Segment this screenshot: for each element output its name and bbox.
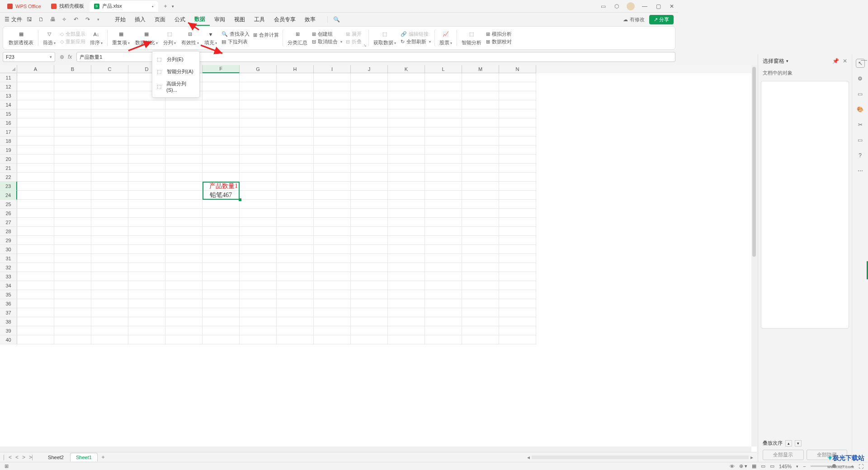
cell[interactable] xyxy=(54,91,91,100)
cell[interactable] xyxy=(462,82,499,91)
tab-start[interactable]: 开始 xyxy=(110,14,130,25)
cell[interactable] xyxy=(388,146,425,155)
cell[interactable] xyxy=(54,182,91,191)
panel-icon[interactable]: ▭ xyxy=(599,3,607,10)
cell[interactable] xyxy=(425,191,462,200)
cell[interactable] xyxy=(165,155,203,164)
cell[interactable] xyxy=(203,299,240,308)
cell[interactable] xyxy=(351,73,388,82)
cell[interactable] xyxy=(277,127,314,136)
undo-icon[interactable]: ↶ xyxy=(74,16,81,23)
cell[interactable] xyxy=(165,245,203,254)
cell[interactable] xyxy=(462,218,499,227)
cell[interactable] xyxy=(499,146,536,155)
cell[interactable] xyxy=(388,164,425,173)
ungroup-button[interactable]: ⊟ 取消组合▾ xyxy=(312,38,342,45)
fill-button[interactable]: ▼填充▾ xyxy=(202,30,220,46)
cell[interactable] xyxy=(351,146,388,155)
cell[interactable] xyxy=(91,236,128,245)
cell[interactable] xyxy=(425,127,462,136)
cell[interactable] xyxy=(165,136,203,146)
cell[interactable] xyxy=(203,118,240,127)
cell[interactable] xyxy=(203,236,240,245)
col-header[interactable]: H xyxy=(277,65,314,73)
cell[interactable] xyxy=(388,155,425,164)
cell[interactable] xyxy=(388,127,425,136)
cell[interactable] xyxy=(499,136,536,146)
cell[interactable] xyxy=(128,326,165,335)
cell[interactable] xyxy=(425,100,462,109)
row-header[interactable]: 15 xyxy=(0,109,17,118)
cell[interactable] xyxy=(17,263,54,272)
cell[interactable] xyxy=(277,209,314,218)
cell[interactable] xyxy=(314,182,351,191)
cell[interactable] xyxy=(91,73,128,82)
cell[interactable] xyxy=(425,272,462,281)
cell[interactable]: 产品数量1 xyxy=(203,182,240,191)
cell[interactable] xyxy=(165,118,203,127)
cell[interactable] xyxy=(425,254,462,263)
maximize-button[interactable]: ▢ xyxy=(655,3,662,10)
cell[interactable] xyxy=(91,191,128,200)
tab-formula[interactable]: 公式 xyxy=(170,14,190,25)
quick-icon[interactable]: ✧ xyxy=(62,16,69,23)
cell[interactable] xyxy=(203,254,240,263)
cell[interactable] xyxy=(240,326,277,335)
cell[interactable] xyxy=(277,182,314,191)
cell[interactable] xyxy=(277,73,314,82)
cell[interactable] xyxy=(277,245,314,254)
cell[interactable] xyxy=(54,209,91,218)
name-box[interactable]: F23 ▾ xyxy=(3,52,55,62)
cell[interactable] xyxy=(314,335,351,344)
cell[interactable] xyxy=(314,82,351,91)
cell[interactable] xyxy=(499,290,536,299)
cell[interactable] xyxy=(351,326,388,335)
cell[interactable]: 铅笔467 xyxy=(203,191,240,200)
tab-page[interactable]: 页面 xyxy=(150,14,170,25)
cell[interactable] xyxy=(351,308,388,317)
new-tab-button[interactable]: ＋ xyxy=(163,2,168,10)
cell[interactable] xyxy=(388,218,425,227)
cell[interactable] xyxy=(91,100,128,109)
cell[interactable] xyxy=(203,272,240,281)
cell[interactable] xyxy=(203,281,240,290)
cell[interactable] xyxy=(128,335,165,344)
cell[interactable] xyxy=(314,254,351,263)
cell[interactable] xyxy=(314,218,351,227)
edit-link-button[interactable]: 🔗 编辑链接 xyxy=(401,31,431,38)
cell[interactable] xyxy=(203,100,240,109)
cell[interactable] xyxy=(54,146,91,155)
cell[interactable] xyxy=(499,254,536,263)
row-header[interactable]: 14 xyxy=(0,100,17,109)
cell[interactable] xyxy=(277,227,314,236)
cell[interactable] xyxy=(425,146,462,155)
cell[interactable] xyxy=(240,91,277,100)
tab-insert[interactable]: 插入 xyxy=(130,14,150,25)
cell[interactable] xyxy=(17,127,54,136)
cell[interactable] xyxy=(240,245,277,254)
cell[interactable] xyxy=(54,155,91,164)
cell[interactable] xyxy=(462,281,499,290)
cell[interactable] xyxy=(17,209,54,218)
cell[interactable] xyxy=(165,227,203,236)
cell[interactable] xyxy=(240,281,277,290)
cell[interactable] xyxy=(388,191,425,200)
cell[interactable] xyxy=(17,118,54,127)
row-header[interactable]: 28 xyxy=(0,227,17,236)
cell[interactable] xyxy=(240,218,277,227)
cell[interactable] xyxy=(425,200,462,209)
cell[interactable] xyxy=(240,200,277,209)
cell[interactable] xyxy=(240,136,277,146)
cell[interactable] xyxy=(240,109,277,118)
refresh-all-button[interactable]: ↻ 全部刷新▾ xyxy=(401,38,431,45)
cell[interactable] xyxy=(499,245,536,254)
row-header[interactable]: 29 xyxy=(0,236,17,245)
selection-handle[interactable] xyxy=(239,198,241,201)
cell[interactable] xyxy=(314,191,351,200)
cell[interactable] xyxy=(351,290,388,299)
cell[interactable] xyxy=(351,263,388,272)
cell[interactable] xyxy=(17,182,54,191)
select-all-corner[interactable] xyxy=(0,65,17,73)
cell[interactable] xyxy=(203,91,240,100)
cell[interactable] xyxy=(128,209,165,218)
